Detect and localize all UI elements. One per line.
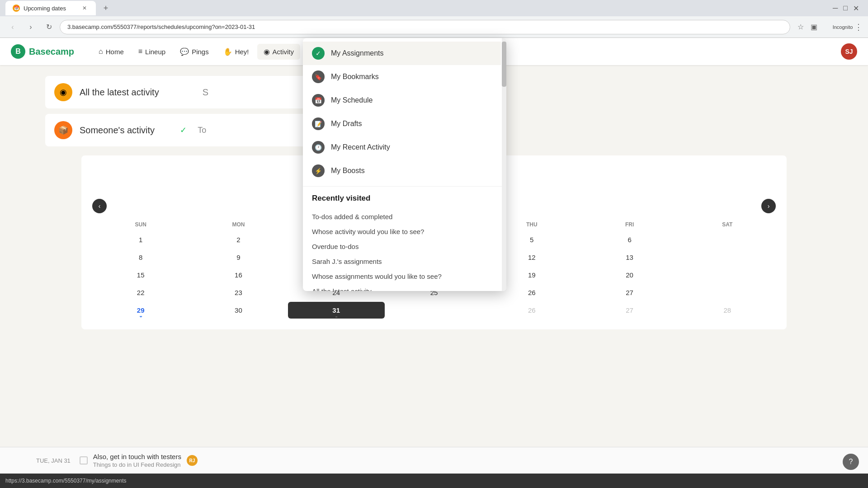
my-recent-activity-label: My Recent Activity [331,143,390,151]
recently-visited-section: Recently visited To-dos added & complete… [303,187,506,291]
my-assignments-label: My Assignments [331,49,383,57]
cal-day-6[interactable]: 6 [581,231,678,248]
cal-day-27-next[interactable]: 27 [581,302,678,319]
dropdown-menu-section: ✓ My Assignments 🔖 My Bookmarks 📅 My Sch… [303,38,506,187]
my-schedule-icon: 📅 [312,94,325,107]
menu-item-my-schedule[interactable]: 📅 My Schedule [303,89,501,112]
new-tab-button[interactable]: + [99,2,112,14]
rv-item-activity[interactable]: Whose activity would you like to see? [312,224,497,239]
footer-date: TUE, JAN 31 [36,457,71,464]
tab-favicon: 📅 [13,5,20,12]
my-boosts-icon: ⚡ [312,164,325,177]
cal-header-sat: SAT [679,219,776,230]
back-button[interactable]: ‹ [5,20,20,34]
cal-header-mon: MON [190,219,287,230]
rv-item-latest-activity[interactable]: All the latest activity [312,284,497,291]
task-checkbox[interactable] [80,456,88,465]
footer-task-bar: TUE, JAN 31 Also, get in touch with test… [0,447,868,474]
my-schedule-label: My Schedule [331,96,373,104]
cal-day-30[interactable]: 30 [190,302,287,319]
browser-tab[interactable]: 📅 Upcoming dates ✕ [5,1,96,15]
user-avatar[interactable]: SJ [841,43,857,60]
hey-icon: ✋ [223,47,232,56]
cal-day-9[interactable]: 9 [190,249,287,266]
recently-visited-title: Recently visited [312,194,497,203]
minimize-button[interactable]: ─ [833,4,838,12]
my-recent-activity-icon: 🕐 [312,141,325,154]
cal-day-29[interactable]: 29... [92,302,189,319]
nav-activity[interactable]: ◉ Activity [257,44,301,60]
my-assignments-icon: ✓ [312,47,325,60]
menu-item-my-boosts[interactable]: ⚡ My Boosts [303,159,501,183]
logo-icon: B [11,44,25,59]
lineup-icon: ≡ [138,47,142,56]
rv-item-whose-assign[interactable]: Whose assignments would you like to see? [312,269,497,284]
forward-button[interactable]: › [24,20,38,34]
logo-text: Basecamp [29,47,74,57]
status-url: https://3.basecamp.com/5550377/my/assign… [5,478,126,484]
rv-item-overdue[interactable]: Overdue to-dos [312,239,497,254]
profile-button[interactable]: Incognito [836,21,849,33]
cal-day-13[interactable]: 13 [581,249,678,266]
nav-hey[interactable]: ✋ Hey! [217,44,255,60]
rv-item-todos[interactable]: To-dos added & completed [312,209,497,224]
rv-item-sarah[interactable]: Sarah J.'s assignments [312,254,497,269]
url-text: 3.basecamp.com/5550377/reports/schedules… [67,23,255,30]
cal-day-empty4 [679,284,776,301]
menu-item-my-drafts[interactable]: 📝 My Drafts [303,112,501,136]
menu-item-my-recent-activity[interactable]: 🕐 My Recent Activity [303,136,501,159]
next-month-button[interactable]: › [761,199,776,213]
cal-day-16[interactable]: 16 [190,267,287,283]
close-window-button[interactable]: ✕ [853,4,859,13]
home-icon: ⌂ [99,47,103,56]
cal-day-8[interactable]: 8 [92,249,189,266]
activity-icon: ◉ [264,47,270,56]
cal-day-27[interactable]: 27 [581,284,678,301]
prev-month-button[interactable]: ‹ [92,199,107,213]
nav-lineup[interactable]: ≡ Lineup [132,44,172,59]
latest-activity-icon: ◉ [54,83,72,101]
address-bar[interactable]: 3.basecamp.com/5550377/reports/schedules… [60,20,790,34]
sidebar-button[interactable]: ▣ [807,21,820,33]
task-avatar: RJ [187,455,198,466]
nav-home-label: Home [106,48,124,56]
tab-close-button[interactable]: ✕ [80,4,89,12]
reload-button[interactable]: ↻ [42,20,56,34]
profile-label: Incognito [833,24,853,30]
cal-day-31[interactable]: 31... [288,302,385,319]
nav-pings-label: Pings [192,48,209,56]
status-bar: https://3.basecamp.com/5550377/my/assign… [0,474,868,488]
app-logo[interactable]: B Basecamp [11,44,74,59]
my-bookmarks-icon: 🔖 [312,70,325,83]
nav-home[interactable]: ⌂ Home [92,44,130,59]
task-subtitle: Things to do in UI Feed Redesign [93,461,181,468]
my-drafts-label: My Drafts [331,120,362,128]
cal-day-empty5 [386,302,482,319]
cal-day-23[interactable]: 23 [190,284,287,301]
pings-icon: 💬 [180,47,189,56]
nav-hey-label: Hey! [235,48,249,56]
cal-day-empty1 [679,231,776,248]
cal-day-20[interactable]: 20 [581,267,678,283]
my-boosts-label: My Boosts [331,167,365,175]
cal-day-1[interactable]: 1 [92,231,189,248]
maximize-button[interactable]: □ [843,4,848,12]
cal-day-22[interactable]: 22 [92,284,189,301]
menu-item-my-assignments[interactable]: ✓ My Assignments [303,42,501,65]
menu-item-my-bookmarks[interactable]: 🔖 My Bookmarks [303,65,501,89]
bookmark-button[interactable]: ☆ [797,23,804,31]
someone-activity-icon: 📦 [54,121,72,139]
cal-day-empty3 [679,267,776,283]
someone-activity-text: Someone's activity [80,125,155,136]
nav-activity-label: Activity [273,48,294,56]
latest-activity-text: All the latest activity [80,87,159,98]
nav-lineup-label: Lineup [145,48,165,56]
cal-day-15[interactable]: 15 [92,267,189,283]
cal-day-26-next[interactable]: 26 [483,302,580,319]
my-stuff-dropdown: ✓ My Assignments 🔖 My Bookmarks 📅 My Sch… [303,38,506,291]
cal-day-28-next[interactable]: 28 [679,302,776,319]
help-button[interactable]: ? [843,454,859,470]
cal-day-2[interactable]: 2 [190,231,287,248]
nav-pings[interactable]: 💬 Pings [174,44,215,60]
browser-menu-button[interactable]: ⋮ [854,22,863,32]
